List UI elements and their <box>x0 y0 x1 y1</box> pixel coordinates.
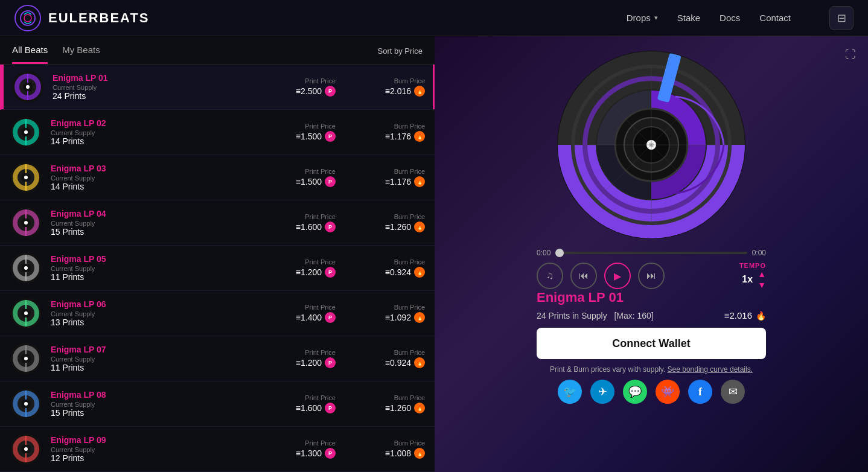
svg-point-46 <box>24 447 28 451</box>
music-toggle-button[interactable]: ♫ <box>537 263 563 289</box>
prev-button[interactable]: ⏮ <box>570 263 597 289</box>
telegram-icon: ✈ <box>598 385 607 398</box>
burn-price-eth-7: ≡0.924 <box>385 358 411 368</box>
burn-price-label-6: Burn Price <box>365 304 425 311</box>
tempo-up-button[interactable]: ▲ <box>758 269 766 279</box>
connect-wallet-button[interactable]: Connect Wallet <box>537 328 766 359</box>
burn-price-col-4: Burn Price ≡1.260 🔥 <box>365 213 425 232</box>
beat-item-3[interactable]: Enigma LP 03 Current Supply 14 Prints Pr… <box>0 155 435 200</box>
burn-price-eth-4: ≡1.260 <box>385 222 411 232</box>
print-price-col-8: Print Price ≡1.600 P <box>275 394 336 413</box>
nav-stake-link[interactable]: Stake <box>677 13 700 23</box>
social-row: 🐦 ✈ 💬 👾 f ✉ <box>558 380 745 404</box>
telegram-button[interactable]: ✈ <box>590 380 614 404</box>
burn-price-val-6: ≡1.092 🔥 <box>365 312 425 323</box>
twitter-button[interactable]: 🐦 <box>558 380 582 404</box>
beat-thumb-1 <box>11 71 44 103</box>
beat-supply-label-2: Current Supply <box>51 129 275 136</box>
burn-badge-8: 🔥 <box>414 403 425 413</box>
price-group-2: Print Price ≡1.500 P Burn Price ≡1.176 🔥 <box>275 123 425 142</box>
burn-price-eth-9: ≡1.008 <box>385 448 411 458</box>
beat-info-6: Enigma LP 06 Current Supply 13 Prints <box>51 299 275 327</box>
print-price-col-5: Print Price ≡1.200 P <box>275 258 336 278</box>
beat-supply-7: 11 Prints <box>51 363 275 372</box>
wallet-icon: ⊟ <box>837 11 846 25</box>
burn-price-col-5: Burn Price ≡0.924 🔥 <box>365 258 425 278</box>
beat-supply-3: 14 Prints <box>51 182 275 191</box>
tabs-row: All Beats My Beats Sort by Price <box>0 36 435 65</box>
facebook-button[interactable]: f <box>688 380 712 404</box>
burn-price-label-1: Burn Price <box>365 77 425 85</box>
beat-thumb-8 <box>10 387 42 420</box>
progress-thumb <box>555 249 564 257</box>
nav-drops-item[interactable]: Drops ▾ <box>627 13 658 23</box>
play-button[interactable]: ▶ <box>604 263 631 289</box>
nav-drops-link[interactable]: Drops <box>627 13 651 23</box>
beat-supply-label-9: Current Supply <box>51 446 275 453</box>
burn-price-val-2: ≡1.176 🔥 <box>365 131 425 142</box>
print-price-label-4: Print Price <box>275 213 336 220</box>
logo-icon <box>14 5 41 31</box>
beat-info-4: Enigma LP 04 Current Supply 15 Prints <box>51 209 275 237</box>
right-panel: ⛶ <box>435 36 868 472</box>
next-button[interactable]: ⏭ <box>638 263 665 289</box>
beat-item-1[interactable]: Enigma LP 01 Current Supply 24 Prints Pr… <box>0 65 435 110</box>
burn-price-col-1: Burn Price ≡2.016 🔥 <box>365 77 425 97</box>
price-group-9: Print Price ≡1.300 P Burn Price ≡1.008 🔥 <box>275 439 425 459</box>
tempo-control: TEMPO 1x ▲ ▼ <box>739 262 766 290</box>
print-price-label-9: Print Price <box>275 439 336 447</box>
beat-info-1: Enigma LP 01 Current Supply 24 Prints <box>53 73 275 101</box>
progress-bar[interactable] <box>555 252 747 254</box>
tempo-down-button[interactable]: ▼ <box>758 280 766 290</box>
fullscreen-button[interactable]: ⛶ <box>845 48 856 61</box>
svg-point-36 <box>24 357 28 360</box>
beat-supply-label-4: Current Supply <box>51 220 275 227</box>
print-badge-3: P <box>325 176 336 187</box>
email-button[interactable]: ✉ <box>721 380 745 404</box>
price-group-5: Print Price ≡1.200 P Burn Price ≡0.924 🔥 <box>275 258 425 278</box>
beat-name-3: Enigma LP 03 <box>51 164 275 173</box>
beat-item-2[interactable]: Enigma LP 02 Current Supply 14 Prints Pr… <box>0 110 435 155</box>
supply-value: 24 Prints in Supply <box>537 311 607 321</box>
time-total: 0:00 <box>752 249 766 257</box>
max-supply-text: [Max: 160] <box>614 311 653 321</box>
tab-all-beats[interactable]: All Beats <box>12 45 48 64</box>
burn-price-col-6: Burn Price ≡1.092 🔥 <box>365 304 425 323</box>
print-price-col-3: Print Price ≡1.500 P <box>275 168 336 187</box>
facebook-icon: f <box>698 386 702 398</box>
beat-supply-label-1: Current Supply <box>53 84 275 91</box>
beat-name-6: Enigma LP 06 <box>51 299 275 309</box>
beat-supply-label-7: Current Supply <box>51 356 275 363</box>
wallet-icon-button[interactable]: ⊟ <box>829 6 854 30</box>
beat-item-6[interactable]: Enigma LP 06 Current Supply 13 Prints Pr… <box>0 291 435 336</box>
print-badge-4: P <box>325 222 336 232</box>
detail-title: Enigma LP 01 <box>537 290 766 305</box>
burn-price-label-8: Burn Price <box>365 394 425 401</box>
nav-docs-link[interactable]: Docs <box>720 13 740 23</box>
bonding-curve-link[interactable]: See bonding curve details. <box>668 365 753 374</box>
beat-item-9[interactable]: Enigma LP 09 Current Supply 12 Prints Pr… <box>0 427 435 472</box>
print-price-label-7: Print Price <box>275 349 336 356</box>
whatsapp-button[interactable]: 💬 <box>623 380 647 404</box>
beat-name-1: Enigma LP 01 <box>53 73 275 83</box>
burn-price-value: ≡2.016 <box>724 310 752 321</box>
beat-item-7[interactable]: Enigma LP 07 Current Supply 11 Prints Pr… <box>0 336 435 381</box>
price-group-1: Print Price ≡2.500 P Burn Price ≡2.016 🔥 <box>275 77 425 97</box>
burn-price-val-4: ≡1.260 🔥 <box>365 222 425 232</box>
beat-name-9: Enigma LP 09 <box>51 435 275 445</box>
next-icon: ⏭ <box>646 270 656 281</box>
beat-thumb-5 <box>10 252 42 284</box>
nav-contact-link[interactable]: Contact <box>759 13 791 23</box>
print-badge-7: P <box>325 357 336 368</box>
beat-item-4[interactable]: Enigma LP 04 Current Supply 15 Prints Pr… <box>0 200 435 246</box>
reddit-button[interactable]: 👾 <box>656 380 680 404</box>
tab-my-beats[interactable]: My Beats <box>62 45 100 64</box>
sort-by-price[interactable]: Sort by Price <box>378 46 423 63</box>
logo-text: EULERBEATS <box>48 10 150 26</box>
beat-item-8[interactable]: Enigma LP 08 Current Supply 15 Prints Pr… <box>0 381 435 427</box>
beat-supply-9: 12 Prints <box>51 453 275 463</box>
detail-supply-row: 24 Prints in Supply [Max: 160] ≡2.016 🔥 <box>537 310 766 321</box>
logo[interactable]: EULERBEATS <box>14 5 150 31</box>
beat-item-5[interactable]: Enigma LP 05 Current Supply 11 Prints Pr… <box>0 246 435 291</box>
beat-supply-8: 15 Prints <box>51 408 275 418</box>
